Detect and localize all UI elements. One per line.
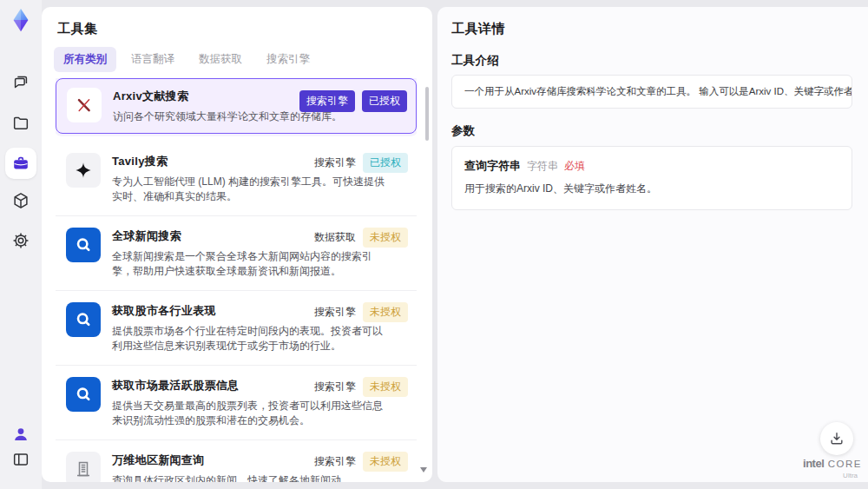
- package-icon[interactable]: [11, 191, 30, 210]
- toolbox-icon[interactable]: [11, 154, 30, 173]
- category-badge: 搜索引擎: [299, 90, 355, 112]
- tool-list: Arxiv文献搜索访问各个研究领域大量科学论文和文章的存储库。搜索引擎已授权Ta…: [56, 78, 417, 482]
- detail-title: 工具详情: [451, 21, 505, 37]
- tool-description: 全球新闻搜索是一个聚合全球各大新闻网站内容的搜索引擎，帮助用户快速获取全球最新资…: [112, 249, 391, 279]
- app-rail: [0, 0, 42, 489]
- chat-icon[interactable]: [11, 73, 30, 92]
- tool-detail-panel: 工具详情 工具介绍 一个用于从Arxiv存储库搜索科学论文和文章的工具。 输入可…: [437, 7, 868, 482]
- intro-heading: 工具介绍: [451, 53, 499, 69]
- arxiv-icon: [67, 88, 102, 122]
- auth-status-badge: 未授权: [363, 228, 408, 248]
- param-required-badge: 必填: [564, 159, 585, 174]
- auth-status-badge: 已授权: [362, 90, 407, 112]
- tool-card-sector-performance[interactable]: 获取股市各行业表现提供股票市场各个行业在特定时间段内的表现。投资者可以利用这些信…: [56, 291, 417, 366]
- news-icon: [66, 302, 101, 337]
- category-badge: 搜索引擎: [314, 305, 356, 320]
- scrollbar-thumb[interactable]: [425, 87, 429, 141]
- param-type: 字符串: [527, 159, 558, 174]
- param-box: 查询字符串 字符串 必填 用于搜索的Arxiv ID、关键字或作者姓名。: [451, 146, 852, 210]
- tool-description: 提供股票市场各个行业在特定时间段内的表现。投资者可以利用这些信息来识别表现优于或…: [112, 324, 391, 354]
- tool-card-regional-news[interactable]: 万维地区新闻查询查询具体行政区划内的新闻，快速了解各地新闻动搜索引擎未授权: [56, 440, 417, 482]
- settings-gear-icon[interactable]: [11, 231, 30, 250]
- tool-collection-panel: 工具集 所有类别语言翻译数据获取搜索引擎 Arxiv文献搜索访问各个研究领域大量…: [42, 7, 432, 482]
- auth-status-badge: 未授权: [363, 302, 408, 322]
- folder-icon[interactable]: [11, 114, 30, 133]
- intel-core-logo: intel CORE Ultra: [802, 457, 863, 481]
- auth-status-badge: 未授权: [363, 452, 408, 472]
- news-icon: [66, 228, 101, 262]
- auth-status-badge: 已授权: [363, 153, 408, 173]
- params-heading: 参数: [451, 123, 476, 139]
- category-badge: 搜索引擎: [314, 155, 356, 170]
- download-icon: [828, 430, 845, 447]
- tool-card-arxiv[interactable]: Arxiv文献搜索访问各个研究领域大量科学论文和文章的存储库。搜索引擎已授权: [56, 78, 417, 134]
- category-badge: 搜索引擎: [314, 380, 356, 394]
- tool-card-tavily[interactable]: Tavily搜索专为人工智能代理 (LLM) 构建的搜索引擎工具。可快速提供实时…: [56, 142, 417, 216]
- download-button[interactable]: [820, 422, 853, 455]
- app-logo-icon[interactable]: [8, 7, 34, 33]
- sparkle-icon: [66, 153, 101, 188]
- category-badge: 搜索引擎: [314, 454, 356, 469]
- param-description: 用于搜索的Arxiv ID、关键字或作者姓名。: [464, 182, 839, 196]
- tab-0[interactable]: 所有类别: [54, 47, 116, 72]
- panel-toggle-icon[interactable]: [11, 450, 30, 469]
- category-tabs: 所有类别语言翻译数据获取搜索引擎: [54, 47, 319, 72]
- intro-box: 一个用于从Arxiv存储库搜索科学论文和文章的工具。 输入可以是Arxiv ID…: [451, 75, 852, 109]
- tool-description: 查询具体行政区划内的新闻，快速了解各地新闻动: [112, 473, 391, 482]
- user-avatar-icon[interactable]: [11, 425, 30, 444]
- news-icon: [66, 377, 101, 412]
- tab-2[interactable]: 数据获取: [189, 47, 252, 72]
- tool-card-most-active-stocks[interactable]: 获取市场最活跃股票信息提供当天交易量最高的股票列表，投资者可以利用这些信息来识别…: [56, 366, 417, 440]
- tool-description: 专为人工智能代理 (LLM) 构建的搜索引擎工具。可快速提供实时、准确和真实的结…: [112, 175, 391, 204]
- tab-1[interactable]: 语言翻译: [122, 47, 184, 72]
- tool-card-global-news[interactable]: 全球新闻搜索全球新闻搜索是一个聚合全球各大新闻网站内容的搜索引擎，帮助用户快速获…: [56, 216, 417, 291]
- building-icon: [66, 452, 101, 482]
- tab-3[interactable]: 搜索引擎: [257, 47, 319, 72]
- param-name: 查询字符串: [464, 158, 521, 174]
- scroll-down-arrow-icon[interactable]: [420, 467, 427, 472]
- category-badge: 数据获取: [314, 230, 356, 245]
- auth-status-badge: 未授权: [363, 377, 408, 397]
- tool-description: 提供当天交易量最高的股票列表，投资者可以利用这些信息来识别流动性强的股票和潜在的…: [112, 399, 391, 428]
- page-title: 工具集: [57, 21, 98, 37]
